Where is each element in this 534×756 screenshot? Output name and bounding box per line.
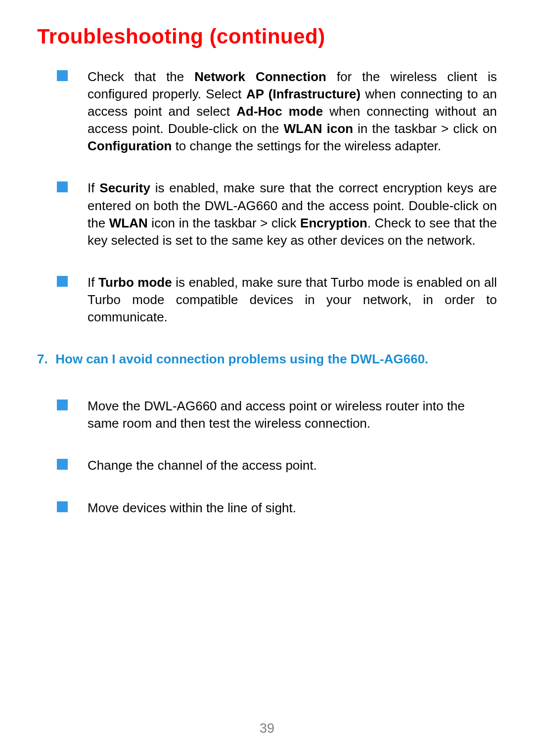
page-number: 39 <box>0 721 534 736</box>
question-heading: 7. How can I avoid connection problems u… <box>37 351 497 368</box>
square-bullet-icon <box>57 70 68 81</box>
list-item-text: Check that the Network Connection for th… <box>88 68 497 155</box>
list-item-text: Move devices within the line of sight. <box>88 499 497 517</box>
square-bullet-icon <box>57 501 68 512</box>
list-item: Move devices within the line of sight. <box>37 499 497 517</box>
list-item-text: Change the channel of the access point. <box>88 457 497 474</box>
question-text: How can I avoid connection problems usin… <box>55 352 428 366</box>
square-bullet-icon <box>57 400 68 410</box>
list-item-text: Move the DWL-AG660 and access point or w… <box>88 398 497 432</box>
question-number: 7. <box>37 351 52 368</box>
list-item: Change the channel of the access point. <box>37 457 497 474</box>
list-item-text: If Security is enabled, make sure that t… <box>88 179 497 249</box>
page-container: Troubleshooting (continued) Check that t… <box>0 0 534 517</box>
square-bullet-icon <box>57 276 68 287</box>
list-item: Check that the Network Connection for th… <box>37 68 497 155</box>
square-bullet-icon <box>57 181 68 192</box>
list-item: Move the DWL-AG660 and access point or w… <box>37 398 497 432</box>
list-item: If Turbo mode is enabled, make sure that… <box>37 274 497 326</box>
list-item-text: If Turbo mode is enabled, make sure that… <box>88 274 497 326</box>
square-bullet-icon <box>57 459 68 470</box>
page-title: Troubleshooting (continued) <box>37 25 497 48</box>
list-item: If Security is enabled, make sure that t… <box>37 179 497 249</box>
